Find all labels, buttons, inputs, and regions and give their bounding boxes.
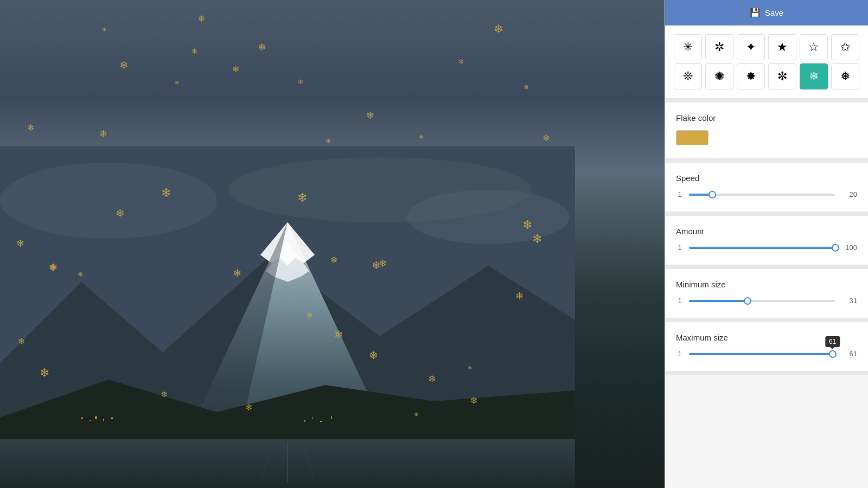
svg-rect-15 — [304, 420, 305, 422]
max-size-max: 61 — [841, 350, 857, 358]
flake: ❄ — [175, 80, 179, 86]
shape-selector: ✳✲✦★☆✩❊✺✸✼❄❅ — [665, 25, 868, 102]
shape-btn-asterisk2[interactable]: ✲ — [705, 34, 733, 60]
amount-max: 100 — [841, 243, 857, 252]
flake: ❄ — [542, 134, 550, 143]
shape-btn-snowflake2[interactable]: ✺ — [705, 63, 733, 89]
color-swatch[interactable] — [676, 130, 709, 145]
save-icon: 💾 — [750, 8, 761, 18]
flake: ❄ — [297, 192, 307, 204]
shape-btn-snowflake4[interactable]: ✼ — [768, 63, 796, 89]
flake: ❄ — [372, 260, 381, 271]
flake: ❄ — [161, 187, 171, 199]
flake: ❄ — [369, 350, 378, 361]
min-size-label: Minimum size — [676, 280, 857, 289]
flake: ❄ — [334, 329, 343, 340]
min-size-section: Minimum size 1 31 — [665, 269, 868, 322]
flake: ❄ — [198, 15, 205, 23]
max-size-slider-row: 1 61 61 — [676, 350, 857, 358]
flake: ❄ — [414, 412, 418, 418]
flake: ❄ — [307, 311, 313, 319]
speed-min: 1 — [676, 190, 684, 198]
min-size-max: 31 — [841, 297, 857, 305]
max-size-track: 61 — [689, 353, 835, 355]
flake: ❄ — [161, 390, 168, 399]
svg-rect-11 — [90, 420, 91, 421]
max-size-tooltip: 61 — [825, 336, 840, 347]
min-size-thumb[interactable] — [744, 297, 751, 305]
flake: ❄ — [522, 219, 532, 231]
svg-rect-12 — [95, 416, 97, 419]
save-label: Save — [765, 8, 783, 17]
flake: ❄ — [515, 291, 524, 301]
flake: ❄ — [470, 396, 478, 406]
flake-color-label: Flake color — [676, 113, 857, 123]
max-size-thumb[interactable]: 61 — [829, 350, 837, 358]
flake: ❄ — [258, 42, 266, 52]
canvas-area: ❄❄❄❄❄❄❄❄❄❄❄❄❄❄❄❄❄❄❄❄❄❄❄❄❄❄❄❄❄❄❄❄❄❄❄❄❄❄❄❄… — [0, 0, 665, 488]
svg-point-1 — [0, 163, 217, 239]
svg-point-3 — [407, 190, 570, 244]
flake: ❄ — [458, 59, 464, 65]
flake: ❄ — [524, 84, 529, 91]
flake: ❄ — [102, 27, 106, 33]
svg-rect-16 — [312, 418, 313, 419]
shape-btn-snowflake3[interactable]: ✸ — [737, 63, 765, 89]
flake: ❄ — [116, 208, 125, 219]
max-size-min: 1 — [676, 350, 684, 358]
speed-label: Speed — [676, 174, 857, 183]
flake: ❄ — [366, 111, 374, 120]
save-button[interactable]: 💾 Save — [665, 0, 868, 25]
right-panel: 💾 Save ✳✲✦★☆✩❊✺✸✼❄❅ Flake color Speed 1 … — [665, 0, 868, 488]
shape-btn-snowflake6[interactable]: ❅ — [831, 63, 859, 89]
flake: ❄ — [245, 403, 252, 412]
min-size-slider-row: 1 31 — [676, 297, 857, 305]
amount-fill — [689, 247, 835, 249]
amount-min: 1 — [676, 243, 684, 252]
flake: ❄ — [78, 271, 83, 278]
flake: ❄ — [298, 79, 303, 85]
min-size-track — [689, 300, 835, 302]
shape-btn-blob[interactable]: ✦ — [737, 34, 765, 60]
flake: ❄ — [233, 268, 241, 278]
flake: ❄ — [49, 264, 56, 272]
shape-btn-star-solid[interactable]: ★ — [768, 34, 796, 60]
flake: ❄ — [99, 129, 107, 139]
flake: ❄ — [532, 233, 542, 245]
amount-thumb[interactable] — [832, 244, 839, 252]
shape-btn-star-outline2[interactable]: ✩ — [831, 34, 859, 60]
shape-btn-snowflake5[interactable]: ❄ — [800, 63, 828, 89]
flake: ❄ — [419, 134, 423, 140]
amount-section: Amount 1 100 — [665, 216, 868, 269]
flake: ❄ — [232, 65, 239, 74]
min-size-min: 1 — [676, 297, 684, 305]
svg-rect-10 — [81, 418, 83, 419]
shape-btn-snowflake1[interactable]: ❊ — [674, 63, 702, 89]
max-size-section: Maximum size 1 61 61 — [665, 322, 868, 375]
mountain-illustration — [0, 146, 575, 488]
flake: ❄ — [27, 124, 34, 132]
speed-slider-row: 1 20 — [676, 190, 857, 198]
flake: ❄ — [16, 239, 24, 248]
amount-track — [689, 247, 835, 249]
speed-max: 20 — [841, 190, 857, 198]
flake: ❄ — [330, 256, 337, 265]
speed-thumb[interactable] — [709, 191, 716, 198]
svg-rect-17 — [320, 421, 322, 422]
amount-slider-row: 1 100 — [676, 243, 857, 252]
flake: ❄ — [18, 337, 25, 346]
speed-section: Speed 1 20 — [665, 163, 868, 216]
shape-btn-asterisk1[interactable]: ✳ — [674, 34, 702, 60]
flake: ❄ — [494, 23, 503, 35]
speed-track — [689, 194, 835, 196]
svg-rect-18 — [331, 416, 332, 419]
flake: ❄ — [428, 374, 436, 384]
flake: ❄ — [192, 48, 197, 55]
svg-rect-13 — [103, 419, 104, 421]
shape-btn-star-outline[interactable]: ☆ — [800, 34, 828, 60]
flake: ❄ — [40, 367, 49, 379]
flake: ❄ — [119, 60, 129, 70]
flake: ❄ — [326, 138, 331, 144]
amount-label: Amount — [676, 227, 857, 236]
svg-rect-14 — [111, 418, 113, 419]
